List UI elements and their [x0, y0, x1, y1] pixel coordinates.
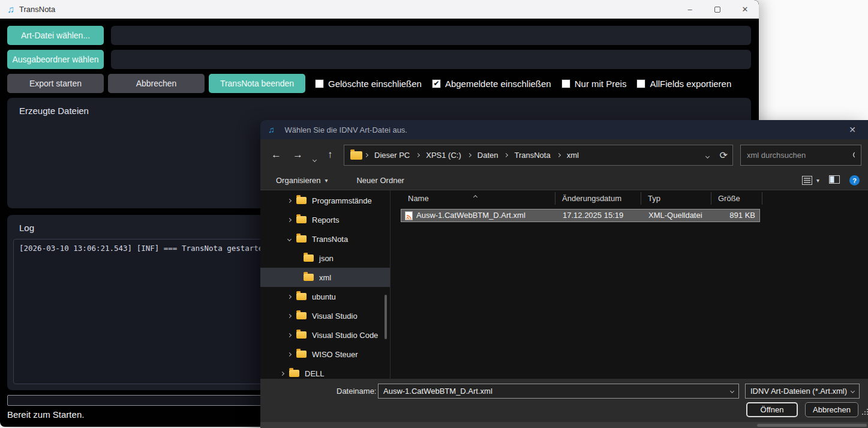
organize-menu[interactable]: Organisieren ▾ — [276, 176, 328, 185]
tree-item-ubuntu[interactable]: ubuntu — [260, 287, 390, 306]
tree-expand-icon[interactable] — [284, 199, 294, 202]
status-text: Bereit zum Starten. — [7, 409, 84, 420]
view-mode-caret-icon: ▾ — [816, 177, 819, 184]
back-icon[interactable]: ← — [271, 148, 281, 162]
checkbox-icon[interactable]: ✔ — [432, 79, 441, 88]
filetype-filter-value: IDNV Art-Dateien (*.Art.xml) — [750, 387, 847, 396]
window-controls: – ✕ — [676, 0, 759, 19]
preview-pane-button[interactable] — [829, 175, 840, 185]
column-header-3[interactable]: Größe — [718, 194, 740, 203]
view-mode-button[interactable]: ▾ — [802, 176, 819, 185]
checkbox-label: Nur mit Preis — [575, 79, 627, 89]
export-start-button[interactable]: Export starten — [7, 74, 104, 93]
tree-item-dell[interactable]: DELL — [260, 364, 390, 379]
checkbox-icon[interactable] — [561, 79, 570, 88]
tree-item-reports[interactable]: Reports — [260, 210, 390, 229]
column-header-2[interactable]: Typ — [648, 194, 660, 203]
tree-item-programmstände[interactable]: Programmstände — [260, 191, 390, 210]
folder-tree: ProgrammständeReportsTransNotajsonxmlubu… — [260, 191, 390, 379]
open-button[interactable]: Öffnen — [746, 402, 798, 417]
output-folder-choose-button[interactable]: Ausgabeordner wählen — [7, 50, 104, 69]
output-folder-path-input[interactable] — [111, 50, 751, 69]
folder-icon — [296, 351, 307, 358]
tree-expand-icon[interactable] — [284, 295, 294, 298]
breadcrumb-segment[interactable]: Daten — [473, 151, 503, 160]
option-checkbox-0[interactable]: Gelöschte einschließen — [315, 79, 422, 89]
tree-expand-icon[interactable] — [284, 219, 294, 222]
option-checkbox-1[interactable]: ✔Abgemeldete einschließen — [432, 79, 551, 89]
up-icon[interactable]: ↑ — [328, 148, 333, 162]
generated-files-title: Erzeugte Dateien — [19, 106, 89, 116]
sort-ascending-icon[interactable] — [474, 191, 477, 200]
column-divider[interactable] — [711, 192, 711, 205]
column-header-0[interactable]: Name — [408, 194, 429, 203]
tree-item-transnota[interactable]: TransNota — [260, 229, 390, 249]
filename-label: Dateiname: — [337, 387, 376, 396]
search-input[interactable] — [747, 151, 852, 160]
refresh-icon[interactable]: ⟳ — [720, 149, 728, 161]
checkbox-label: Abgemeldete einschließen — [445, 79, 551, 89]
breadcrumb-segment[interactable]: xml — [563, 151, 583, 160]
tree-expand-icon[interactable] — [284, 353, 294, 356]
breadcrumb-segment[interactable]: TransNota — [510, 151, 554, 160]
pane-divider[interactable] — [390, 190, 391, 379]
checkbox-icon[interactable] — [315, 79, 324, 88]
tree-item-xml[interactable]: xml — [260, 268, 390, 287]
preview-pane-icon — [829, 175, 840, 184]
tree-item-visual-studio[interactable]: Visual Studio — [260, 306, 390, 325]
breadcrumb-segment[interactable]: XPS1 (C:) — [422, 151, 465, 160]
tree-scrollbar[interactable] — [385, 295, 387, 339]
filename-combobox[interactable]: Ausw-1.CatWebBTM_D.Art.xml — [378, 384, 739, 399]
tree-item-json[interactable]: json — [260, 249, 390, 268]
dialog-bottom-edge — [260, 422, 868, 428]
horizontal-scrollbar[interactable] — [757, 424, 867, 427]
new-folder-button[interactable]: Neuer Ordner — [356, 176, 404, 185]
filename-dropdown-icon[interactable] — [730, 389, 734, 393]
filetype-filter-combobox[interactable]: IDNV Art-Dateien (*.Art.xml) — [745, 384, 860, 399]
file-row[interactable]: Ausw-1.CatWebBTM_D.Art.xml17.12.2025 15:… — [401, 209, 760, 222]
option-checkbox-3[interactable]: AllFields exportieren — [636, 79, 731, 89]
dialog-navbar: ← → ↑ Dieser PCXPS1 (C:)DatenTransNotaxm… — [260, 139, 868, 171]
quit-button[interactable]: TransNota beenden — [209, 74, 305, 93]
art-file-choose-button[interactable]: Art-Datei wählen... — [7, 26, 104, 45]
tree-item-label: TransNota — [312, 235, 348, 244]
maximize-icon[interactable] — [704, 0, 731, 19]
file-modified-date: 17.12.2025 15:19 — [563, 211, 623, 220]
dialog-close-icon[interactable]: ✕ — [842, 120, 863, 139]
close-icon[interactable]: ✕ — [731, 0, 759, 19]
tree-expand-icon[interactable] — [284, 238, 294, 241]
breadcrumb[interactable]: Dieser PCXPS1 (C:)DatenTransNotaxml ⟳ — [344, 145, 733, 166]
breadcrumb-chevron-icon — [416, 153, 420, 157]
column-divider[interactable] — [762, 192, 762, 205]
filetype-dropdown-icon[interactable] — [851, 389, 855, 393]
dialog-cancel-button[interactable]: Abbrechen — [805, 402, 858, 417]
column-divider[interactable] — [641, 192, 641, 205]
main-window-title: TransNota — [19, 5, 55, 14]
resize-grip[interactable] — [862, 414, 863, 415]
tree-item-visual-studio-code[interactable]: Visual Studio Code — [260, 325, 390, 345]
tree-expand-icon[interactable] — [284, 334, 294, 337]
tree-item-wiso-steuer[interactable]: WISO Steuer — [260, 345, 390, 364]
minimize-icon[interactable]: – — [676, 0, 704, 19]
breadcrumb-dropdown-icon[interactable] — [706, 151, 709, 160]
option-checkbox-2[interactable]: Nur mit Preis — [561, 79, 627, 89]
log-title: Log — [19, 223, 34, 233]
file-type: XML-Quelldatei — [648, 211, 702, 220]
help-icon[interactable]: ? — [849, 175, 860, 185]
tree-item-label: WISO Steuer — [312, 350, 358, 359]
tree-expand-icon[interactable] — [277, 372, 287, 375]
file-open-dialog: ♫ Wählen Sie die IDNV Art-Datei aus. ✕ ←… — [260, 120, 868, 428]
filename-value: Ausw-1.CatWebBTM_D.Art.xml — [383, 387, 492, 396]
tree-item-label: DELL — [305, 369, 325, 378]
abort-button[interactable]: Abbrechen — [108, 74, 205, 93]
folder-icon — [296, 197, 307, 204]
checkbox-icon[interactable] — [636, 79, 645, 88]
column-divider[interactable] — [555, 192, 555, 205]
column-header-1[interactable]: Änderungsdatum — [562, 194, 621, 203]
tree-expand-icon[interactable] — [284, 315, 294, 318]
breadcrumb-segment[interactable]: Dieser PC — [370, 151, 414, 160]
forward-icon[interactable]: → — [293, 148, 303, 162]
art-file-path-input[interactable] — [111, 26, 751, 45]
search-icon — [852, 151, 855, 160]
recent-locations-icon[interactable] — [313, 151, 316, 166]
